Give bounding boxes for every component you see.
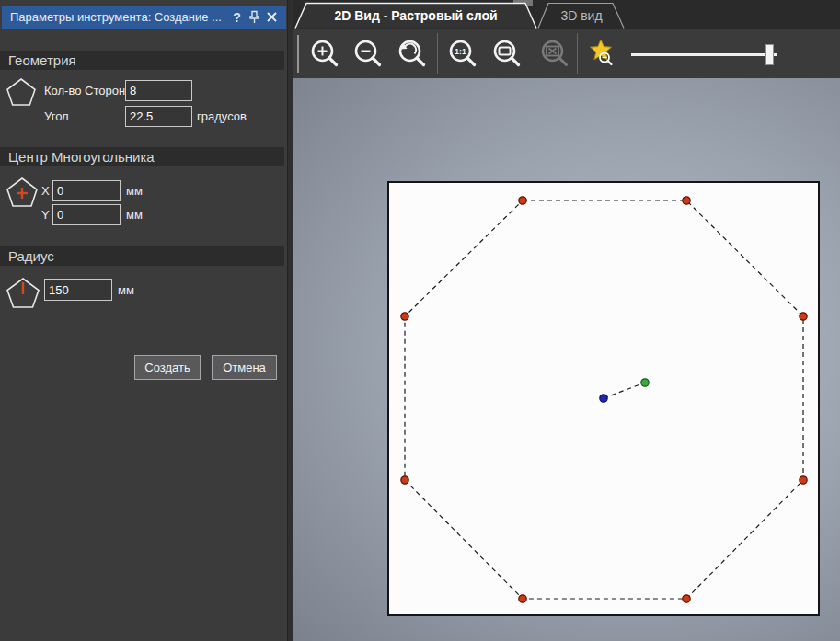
center-x-label: X <box>41 184 50 198</box>
favorite-zoom-star-icon <box>586 37 623 74</box>
zoom-in-icon <box>307 37 342 72</box>
center-y-label: Y <box>41 208 50 222</box>
panel-titlebar: Параметры инструмента: Создание ... ? <box>2 6 286 29</box>
polygon-center-point[interactable] <box>600 395 607 402</box>
center-x-unit: мм <box>126 184 143 198</box>
zoom-out-button[interactable] <box>351 37 385 72</box>
zoom-window-button[interactable] <box>489 37 524 72</box>
polygon-vertex-point[interactable] <box>401 313 408 320</box>
zoom-previous-icon <box>395 37 430 72</box>
view-tabbar: 2D Вид - Растровый слой 3D вид <box>293 0 840 29</box>
sides-input[interactable] <box>125 80 192 101</box>
view-area: 2D Вид - Растровый слой 3D вид <box>293 0 840 641</box>
tool-options-panel: Параметры инструмента: Создание ... ? Ге… <box>0 0 288 641</box>
polygon-vertex-point[interactable] <box>800 313 807 320</box>
section-header-geometry: Геометрия <box>0 51 284 70</box>
radius-unit: мм <box>118 283 134 297</box>
center-x-input[interactable] <box>52 180 121 201</box>
angle-label: Угол <box>44 109 69 123</box>
tab-3d-view[interactable]: 3D вид <box>537 2 626 29</box>
polygon-drawing[interactable] <box>389 183 818 614</box>
section-header-radius: Радиус <box>0 246 284 266</box>
svg-text:1:1: 1:1 <box>455 47 466 56</box>
section-header-center: Центр Многоугольника <box>0 147 284 166</box>
zoom-one-to-one-icon: 1:1 <box>445 37 480 72</box>
polygon-vertex-point[interactable] <box>401 476 408 484</box>
toolbar-separator <box>437 33 438 74</box>
zoom-in-button[interactable] <box>307 37 342 72</box>
cancel-button[interactable]: Отмена <box>212 355 277 380</box>
center-y-unit: мм <box>126 208 143 222</box>
zoom-selection-button <box>537 37 572 72</box>
drawing-page[interactable] <box>387 181 820 616</box>
sides-label: Кол-во Сторон <box>44 84 125 97</box>
polygon-vertex-point[interactable] <box>683 595 690 602</box>
tab-3d-view-label: 3D вид <box>537 8 626 23</box>
polygon-center-icon <box>6 177 39 210</box>
viewport-2d[interactable] <box>293 78 840 641</box>
panel-title: Параметры инструмента: Создание ... <box>10 10 228 24</box>
radius-input[interactable] <box>44 279 112 301</box>
create-button[interactable]: Создать <box>134 355 201 380</box>
zoom-previous-button[interactable] <box>395 37 430 72</box>
close-icon[interactable] <box>263 8 281 26</box>
polygon-icon <box>6 77 37 107</box>
zoom-one-to-one-button[interactable]: 1:1 <box>445 37 480 72</box>
polygon-vertex-point[interactable] <box>519 197 526 204</box>
zoom-slider <box>631 37 778 74</box>
toolbar-grip[interactable] <box>297 35 299 73</box>
angle-input[interactable] <box>125 106 192 127</box>
angle-unit-label: градусов <box>197 109 247 123</box>
toolbar-separator <box>577 33 578 74</box>
zoom-window-icon <box>489 37 524 72</box>
tab-2d-view-label: 2D Вид - Растровый слой <box>294 8 537 23</box>
polygon-vertex-point[interactable] <box>683 197 690 204</box>
radius-direction-point[interactable] <box>641 379 649 386</box>
help-icon[interactable]: ? <box>228 8 246 26</box>
zoom-toolbar: 1:1 <box>293 29 840 78</box>
polygon-radius-icon <box>6 276 40 311</box>
polygon-vertex-point[interactable] <box>519 595 526 602</box>
zoom-selection-icon <box>537 37 572 72</box>
zoom-slider-track[interactable] <box>631 53 777 56</box>
radius-guide-line <box>604 383 645 398</box>
polygon-vertex-point[interactable] <box>800 476 807 484</box>
zoom-out-icon <box>351 37 385 72</box>
zoom-slider-handle[interactable] <box>765 44 774 65</box>
center-y-input[interactable] <box>52 204 121 225</box>
zoom-favorite-button[interactable] <box>586 37 621 72</box>
pin-icon[interactable] <box>246 8 263 26</box>
tab-2d-view[interactable]: 2D Вид - Растровый слой <box>294 2 537 29</box>
